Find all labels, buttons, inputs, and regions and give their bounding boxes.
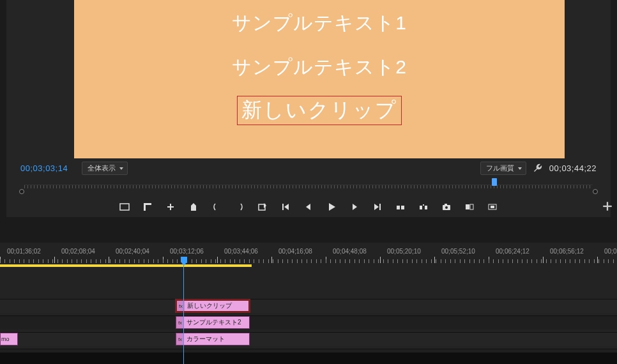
clip-label: 新しいクリップ <box>187 301 232 310</box>
scrubber-end-left[interactable] <box>19 189 24 194</box>
svg-rect-9 <box>401 206 404 209</box>
svg-rect-2 <box>144 203 151 205</box>
fx-badge-icon: fx <box>177 301 185 311</box>
scrubber-playhead[interactable] <box>492 178 497 186</box>
ruler-label: 00;05;20;10 <box>387 248 421 255</box>
svg-rect-6 <box>282 204 284 210</box>
play-icon[interactable] <box>326 201 337 213</box>
overwrite-icon[interactable] <box>487 201 498 213</box>
ruler-label: 00;03;12;06 <box>170 248 204 255</box>
snap-icon[interactable] <box>165 201 176 213</box>
scrubber-track[interactable] <box>24 185 593 188</box>
add-marker-icon[interactable] <box>188 201 199 213</box>
step-forward-icon[interactable] <box>349 201 360 213</box>
svg-rect-17 <box>470 204 473 209</box>
track-v2[interactable] <box>0 315 617 330</box>
ruler-label: 00;06;24;12 <box>496 248 529 255</box>
insert-icon[interactable] <box>464 201 475 213</box>
monitor-scrubber[interactable] <box>18 180 599 193</box>
track-v1[interactable] <box>0 332 617 346</box>
add-button-icon[interactable] <box>602 201 613 212</box>
view-mode-select[interactable]: 全体表示 <box>82 162 128 175</box>
ruler-label: 00;05;52;10 <box>441 248 475 255</box>
clip-new[interactable]: fx 新しいクリップ <box>176 300 250 312</box>
ruler-label: 00;02;08;04 <box>61 248 95 255</box>
svg-point-14 <box>445 206 448 209</box>
ruler-label: 00;07 <box>604 248 617 255</box>
clip-sample2[interactable]: fx サンプルテキスト2 <box>176 316 250 329</box>
ruler-label: 00;04;48;08 <box>333 248 367 255</box>
svg-rect-16 <box>466 204 469 209</box>
svg-rect-15 <box>445 204 447 205</box>
ruler-label: 00;04;16;08 <box>278 248 312 255</box>
clip-label: サンプルテキスト2 <box>187 318 241 327</box>
svg-rect-21 <box>603 206 612 207</box>
in-out-range-bar[interactable] <box>0 264 252 267</box>
go-to-out-icon[interactable] <box>372 201 383 213</box>
mark-out-icon[interactable] <box>234 201 245 213</box>
safe-margins-icon[interactable] <box>119 201 130 213</box>
ruler-label: 00;02;40;04 <box>116 248 149 255</box>
program-monitor: サンプルテキスト1 サンプルテキスト2 新しいクリップ 00;03;03;14 … <box>6 0 611 217</box>
go-to-in-icon[interactable] <box>280 201 291 213</box>
fx-badge-icon: fx <box>176 317 184 328</box>
step-back-icon[interactable] <box>303 201 314 213</box>
svg-rect-4 <box>170 204 171 210</box>
svg-rect-7 <box>379 204 381 210</box>
svg-rect-11 <box>425 206 427 209</box>
scrubber-end-right[interactable] <box>593 189 598 194</box>
markers-icon[interactable] <box>142 201 153 213</box>
ruler-label: 00;03;44;06 <box>224 248 258 255</box>
ruler-label: 00;06;56;12 <box>550 248 584 255</box>
svg-rect-12 <box>423 204 424 206</box>
clip-colormatte[interactable]: fx カラーマット <box>176 333 250 345</box>
svg-rect-19 <box>491 206 494 208</box>
clip-label: mo <box>1 336 10 342</box>
extract-icon[interactable] <box>418 201 429 213</box>
time-ruler[interactable]: 00;01;04;0200;01;36;0200;02;08;0400;02;4… <box>0 248 617 263</box>
camera-icon[interactable] <box>441 201 452 213</box>
clip-label: カラーマット <box>187 335 225 344</box>
svg-rect-0 <box>120 204 129 210</box>
timeline-bottom-gap <box>0 353 617 364</box>
svg-rect-8 <box>397 206 400 209</box>
preview-text-selected[interactable]: 新しいクリップ <box>237 96 402 125</box>
preview-text-1: サンプルテキスト1 <box>232 10 407 36</box>
transport-controls <box>6 198 611 216</box>
svg-rect-10 <box>420 206 422 209</box>
mark-in-icon[interactable] <box>211 201 222 213</box>
preview-text-2: サンプルテキスト2 <box>232 54 407 80</box>
fx-badge-icon: fx <box>176 333 184 345</box>
preview-canvas[interactable]: サンプルテキスト1 サンプルテキスト2 新しいクリップ <box>74 0 565 158</box>
timecode-duration[interactable]: 00;03;44;22 <box>549 163 597 173</box>
monitor-info-bar: 00;03;03;14 全体表示 フル画質 00;03;44;22 <box>10 161 607 175</box>
settings-wrench-icon[interactable] <box>533 163 543 173</box>
track-v3[interactable] <box>0 299 617 313</box>
ruler-ticks <box>0 257 617 263</box>
ruler-label: 00;01;36;02 <box>7 248 41 255</box>
timecode-current[interactable]: 00;03;03;14 <box>20 163 68 173</box>
lift-icon[interactable] <box>395 201 406 213</box>
clip-stub[interactable]: mo <box>0 333 18 345</box>
timeline-panel: 00;01;04;0200;01;36;0200;02;08;0400;02;4… <box>0 224 617 364</box>
quality-select[interactable]: フル画質 <box>480 162 526 175</box>
export-frame-icon[interactable] <box>257 201 268 213</box>
